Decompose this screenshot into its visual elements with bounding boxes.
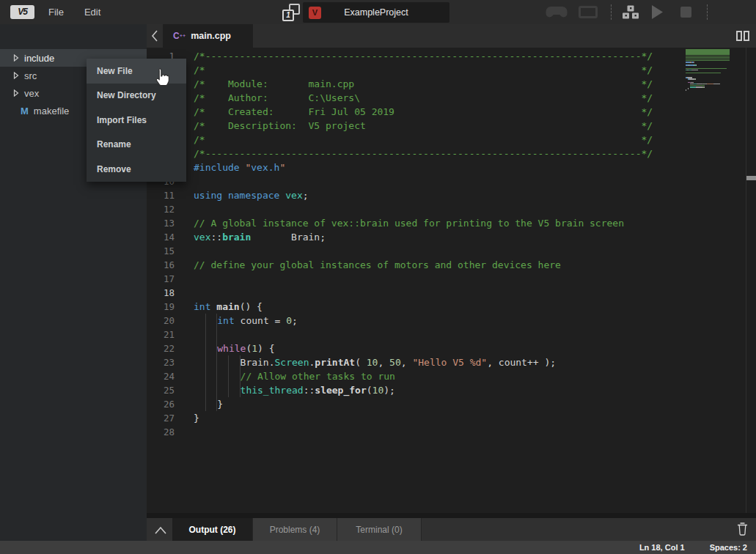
code-line-18[interactable]: 18 bbox=[147, 286, 756, 300]
panel-tab-row: Output (26)Problems (4)Terminal (0) bbox=[172, 518, 422, 541]
line-content: #include "vex.h" bbox=[194, 160, 285, 174]
line-content: // A global instance of vex::brain used … bbox=[194, 216, 624, 230]
download-icon[interactable] bbox=[621, 0, 640, 24]
line-number: 20 bbox=[147, 314, 180, 328]
panel-divider bbox=[147, 513, 756, 518]
line-number: 25 bbox=[147, 383, 180, 397]
line-content: // Allow other tasks to run bbox=[194, 369, 395, 383]
code-line-19[interactable]: 19int main() { bbox=[147, 300, 756, 314]
line-number: 19 bbox=[147, 300, 180, 314]
scrollbar-thumb[interactable] bbox=[746, 176, 756, 180]
context-menu-item-remove[interactable]: Remove bbox=[87, 157, 186, 182]
project-name: ExampleProject bbox=[303, 7, 449, 18]
menu-file[interactable]: File bbox=[48, 7, 64, 18]
panel-tab-terminal[interactable]: Terminal (0) bbox=[337, 518, 422, 541]
status-bar: Ln 18, Col 1 Spaces: 2 bbox=[0, 541, 756, 554]
play-icon[interactable] bbox=[652, 0, 663, 24]
code-line-15[interactable]: 15 bbox=[147, 244, 756, 258]
code-line-2[interactable]: 2/* */ bbox=[147, 63, 756, 77]
editor-tab-strip: C⁺⁺ main.cpp bbox=[147, 24, 756, 48]
overview-ruler bbox=[746, 48, 746, 513]
line-number: 11 bbox=[147, 188, 180, 202]
code-line-7[interactable]: 7/* */ bbox=[147, 133, 756, 147]
code-line-14[interactable]: 14vex::brain Brain; bbox=[147, 230, 756, 244]
code-editor[interactable]: 1/*-------------------------------------… bbox=[147, 48, 756, 513]
line-content: /* Module: main.cpp */ bbox=[194, 77, 653, 91]
context-menu-item-new-file[interactable]: New File bbox=[87, 59, 186, 84]
stop-icon[interactable] bbox=[680, 0, 691, 24]
line-content: vex::brain Brain; bbox=[194, 230, 326, 244]
controller-icon[interactable] bbox=[546, 0, 568, 24]
back-chevron-icon[interactable] bbox=[150, 29, 164, 43]
tree-item-label: vex bbox=[24, 88, 39, 99]
line-content: } bbox=[194, 397, 223, 411]
vex-brain-icon: V bbox=[309, 7, 321, 19]
line-number: 21 bbox=[147, 328, 180, 341]
cursor-position[interactable]: Ln 18, Col 1 bbox=[639, 543, 685, 552]
context-menu: New FileNew DirectoryImport FilesRenameR… bbox=[87, 59, 186, 182]
minimap[interactable] bbox=[686, 49, 746, 93]
chevron-right-icon bbox=[13, 72, 19, 79]
code-line-5[interactable]: 5/* Created: Fri Jul 05 2019 */ bbox=[147, 105, 756, 119]
code-line-11[interactable]: 11using namespace vex; bbox=[147, 188, 756, 202]
bottom-panel-tabs: Output (26)Problems (4)Terminal (0) bbox=[147, 518, 756, 541]
code-line-21[interactable]: 21 bbox=[147, 328, 756, 341]
line-content: /*--------------------------------------… bbox=[194, 147, 653, 160]
code-line-12[interactable]: 12 bbox=[147, 202, 756, 216]
line-content: /*--------------------------------------… bbox=[194, 49, 653, 63]
line-content: int count = 0; bbox=[194, 314, 298, 328]
line-number: 22 bbox=[147, 341, 180, 355]
context-menu-item-import-files[interactable]: Import Files bbox=[87, 108, 186, 133]
vexcode-window: V5 FileEdit 1 V ExampleProject bbox=[0, 0, 756, 554]
vex-v5-logo: V5 bbox=[10, 5, 34, 19]
code-line-17[interactable]: 17 bbox=[147, 272, 756, 286]
menu-edit[interactable]: Edit bbox=[84, 7, 100, 18]
line-content: using namespace vex; bbox=[194, 188, 309, 202]
slot-selector[interactable]: 1 bbox=[282, 4, 300, 21]
tab-label: main.cpp bbox=[191, 31, 231, 41]
trash-icon[interactable] bbox=[736, 522, 749, 539]
code-line-27[interactable]: 27} bbox=[147, 411, 756, 425]
code-line-22[interactable]: 22while(1) { bbox=[147, 341, 756, 355]
split-editor-icon[interactable] bbox=[736, 31, 749, 41]
line-number: 16 bbox=[147, 258, 180, 272]
panel-tab-problems[interactable]: Problems (4) bbox=[253, 518, 337, 541]
menubar: V5 FileEdit 1 V ExampleProject bbox=[0, 0, 756, 24]
line-number: 18 bbox=[147, 286, 180, 300]
menubar-menus: FileEdit bbox=[48, 0, 100, 24]
code-line-9[interactable]: 9#include "vex.h" bbox=[147, 160, 756, 174]
panel-collapse-chevron-icon[interactable] bbox=[154, 525, 167, 534]
code-line-6[interactable]: 6/* Description: V5 project */ bbox=[147, 119, 756, 133]
line-number: 17 bbox=[147, 272, 180, 286]
tab-main-cpp[interactable]: C⁺⁺ main.cpp bbox=[163, 24, 253, 48]
context-menu-item-new-directory[interactable]: New Directory bbox=[87, 84, 186, 108]
code-line-8[interactable]: 8/*-------------------------------------… bbox=[147, 147, 756, 160]
code-line-3[interactable]: 3/* Module: main.cpp */ bbox=[147, 77, 756, 91]
code-line-23[interactable]: 23Brain.Screen.printAt( 10, 50, "Hello V… bbox=[147, 355, 756, 369]
indentation-setting[interactable]: Spaces: 2 bbox=[710, 543, 747, 552]
line-content: /* Description: V5 project */ bbox=[194, 119, 653, 133]
cpp-file-icon: C⁺⁺ bbox=[173, 31, 186, 41]
brain-screen-icon[interactable] bbox=[579, 0, 598, 24]
tree-item-label: src bbox=[24, 70, 37, 81]
code-line-16[interactable]: 16// define your global instances of mot… bbox=[147, 258, 756, 272]
line-number: 23 bbox=[147, 355, 180, 369]
tree-item-label: makefile bbox=[34, 106, 69, 117]
code-line-13[interactable]: 13// A global instance of vex::brain use… bbox=[147, 216, 756, 230]
project-name-box[interactable]: V ExampleProject bbox=[303, 2, 449, 23]
code-line-1[interactable]: 1/*-------------------------------------… bbox=[147, 49, 756, 63]
code-area: 1/*-------------------------------------… bbox=[147, 49, 756, 439]
code-line-10[interactable]: 10 bbox=[147, 174, 756, 188]
panel-tab-output[interactable]: Output (26) bbox=[172, 518, 253, 541]
code-line-24[interactable]: 24// Allow other tasks to run bbox=[147, 369, 756, 383]
chevron-right-icon bbox=[13, 89, 19, 97]
context-menu-item-rename[interactable]: Rename bbox=[87, 133, 186, 158]
code-line-4[interactable]: 4/* Author: C:\Users\ */ bbox=[147, 91, 756, 105]
code-line-28[interactable]: 28 bbox=[147, 425, 756, 439]
code-line-20[interactable]: 20int count = 0; bbox=[147, 314, 756, 328]
code-line-25[interactable]: 25this_thread::sleep_for(10); bbox=[147, 383, 756, 397]
line-content: } bbox=[194, 411, 199, 425]
line-number: 26 bbox=[147, 397, 180, 411]
line-number: 15 bbox=[147, 244, 180, 258]
code-line-26[interactable]: 26} bbox=[147, 397, 756, 411]
